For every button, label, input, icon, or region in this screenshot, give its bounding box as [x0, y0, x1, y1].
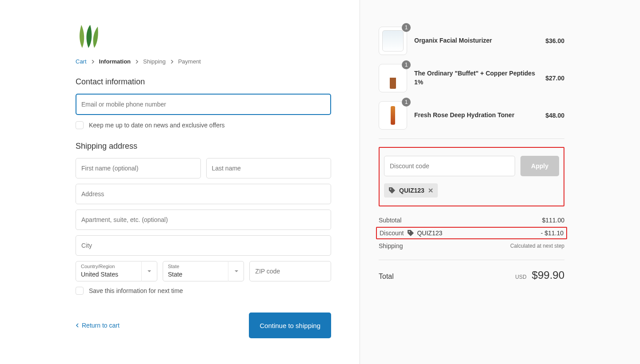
quantity-badge: 1 — [402, 23, 411, 32]
discount-code-label: QUIZ123 — [417, 229, 442, 237]
total-currency: USD — [515, 274, 526, 280]
return-to-cart-label: Return to cart — [82, 322, 120, 329]
apply-discount-button[interactable]: Apply — [520, 156, 559, 176]
breadcrumb-shipping: Shipping — [143, 58, 166, 65]
remove-discount-button[interactable] — [428, 188, 433, 193]
apartment-field[interactable] — [76, 210, 331, 230]
total-label: Total — [379, 273, 394, 281]
quantity-badge: 1 — [402, 98, 411, 107]
shipping-label: Shipping — [379, 242, 403, 249]
applied-discount-code: QUIZ123 — [399, 187, 424, 194]
save-info-checkbox[interactable] — [76, 287, 84, 295]
order-summary-panel: 1 Organix Facial Moisturizer $36.00 1 Th… — [360, 0, 640, 364]
discount-section-highlight: Apply QUIZ123 — [379, 147, 564, 206]
breadcrumb-cart[interactable]: Cart — [76, 58, 87, 65]
shipping-value: Calculated at next step — [510, 243, 564, 249]
cart-item: 1 Organix Facial Moisturizer $36.00 — [379, 27, 564, 55]
city-field[interactable] — [76, 235, 331, 256]
contact-section-title: Contact information — [76, 77, 331, 87]
subtotal-value: $111.00 — [542, 217, 564, 224]
continue-to-shipping-button[interactable]: Continue to shipping — [249, 313, 331, 338]
breadcrumb-payment: Payment — [178, 58, 201, 65]
state-select[interactable] — [163, 261, 244, 281]
breadcrumb-information: Information — [99, 58, 131, 65]
product-thumbnail: 1 — [379, 101, 407, 130]
discount-code-input[interactable] — [384, 156, 515, 176]
svg-point-0 — [390, 189, 392, 190]
news-checkbox-label: Keep me up to date on news and exclusive… — [89, 122, 225, 129]
checkout-form-panel: Cart Information Shipping Payment Contac… — [0, 0, 360, 364]
svg-point-1 — [409, 231, 410, 233]
return-to-cart-link[interactable]: Return to cart — [76, 322, 120, 329]
divider — [379, 138, 564, 139]
total-row: Total USD $99.90 — [379, 269, 564, 281]
product-name: The Ordinary "Buffet" + Copper Peptides … — [407, 69, 545, 87]
divider — [379, 260, 564, 260]
chevron-left-icon — [76, 322, 79, 329]
tag-icon — [388, 187, 396, 194]
discount-row-highlight: Discount QUIZ123 - $11.10 — [376, 227, 567, 239]
news-checkbox[interactable] — [76, 121, 84, 129]
chevron-right-icon — [135, 58, 139, 65]
tag-icon — [407, 229, 414, 237]
discount-value: - $11.10 — [541, 229, 564, 237]
close-icon — [428, 188, 433, 193]
product-price: $36.00 — [545, 37, 564, 44]
shipping-row: Shipping Calculated at next step — [379, 240, 564, 252]
subtotal-row: Subtotal $111.00 — [379, 214, 564, 226]
first-name-field[interactable] — [76, 158, 201, 178]
shipping-section-title: Shipping address — [76, 142, 331, 151]
discount-label: Discount — [380, 229, 404, 237]
quantity-badge: 1 — [402, 60, 411, 69]
cart-item: 1 Fresh Rose Deep Hydration Toner $48.00 — [379, 101, 564, 130]
product-name: Fresh Rose Deep Hydration Toner — [407, 111, 545, 120]
total-amount: $99.90 — [532, 269, 564, 281]
store-logo — [76, 25, 331, 49]
applied-discount-tag: QUIZ123 — [384, 183, 438, 198]
save-info-label: Save this information for next time — [89, 287, 183, 294]
chevron-right-icon — [91, 58, 95, 65]
chevron-right-icon — [170, 58, 174, 65]
country-select[interactable] — [76, 261, 157, 281]
price-summary: Subtotal $111.00 Discount QUIZ123 - $11.… — [379, 214, 564, 252]
product-thumbnail: 1 — [379, 27, 407, 55]
breadcrumb: Cart Information Shipping Payment — [76, 58, 331, 65]
product-name: Organix Facial Moisturizer — [407, 36, 545, 45]
product-price: $48.00 — [545, 112, 564, 119]
address-field[interactable] — [76, 184, 331, 204]
product-thumbnail: 1 — [379, 64, 407, 92]
email-field[interactable] — [76, 94, 331, 115]
cart-item: 1 The Ordinary "Buffet" + Copper Peptide… — [379, 64, 564, 92]
last-name-field[interactable] — [206, 158, 332, 178]
subtotal-label: Subtotal — [379, 217, 401, 224]
zip-field[interactable] — [249, 261, 331, 281]
product-price: $27.00 — [545, 75, 564, 82]
